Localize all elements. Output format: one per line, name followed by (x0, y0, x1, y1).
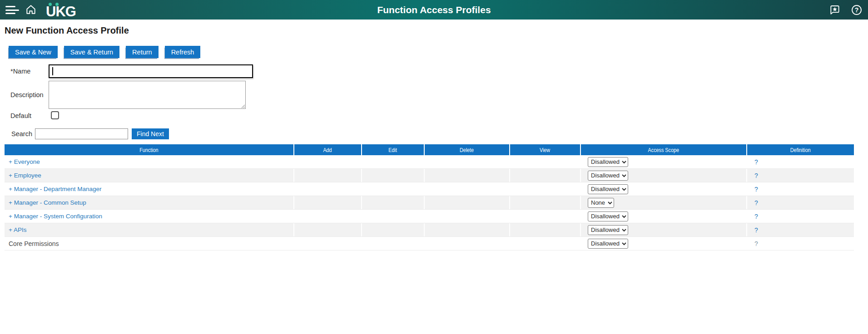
edit-cell (361, 237, 424, 250)
table-row: + EmployeeDisallowed? (5, 169, 854, 182)
definition-help-link[interactable]: ? (754, 186, 758, 193)
access-scope-cell: Disallowed (580, 155, 746, 168)
definition-cell: ? (746, 196, 854, 209)
function-expand-link[interactable]: + Everyone (9, 158, 40, 165)
save-and-new-button[interactable]: Save & New (9, 46, 58, 58)
function-expand-link[interactable]: + Manager - Department Manager (9, 186, 101, 192)
home-icon[interactable] (24, 4, 38, 16)
table-header-row: Function Add Edit Delete View Access Sco… (5, 144, 854, 155)
top-bar: UKG Function Access Profiles ? (0, 0, 868, 20)
definition-cell: ? (746, 169, 854, 182)
column-header-definition: Definition (746, 144, 854, 155)
view-cell (509, 237, 580, 250)
page-title: New Function Access Profile (5, 25, 129, 36)
description-input[interactable] (49, 81, 246, 109)
function-expand-link[interactable]: + Manager - Common Setup (9, 199, 86, 206)
definition-help-link[interactable]: ? (754, 199, 758, 206)
function-cell: + Manager - Common Setup (5, 196, 293, 209)
save-and-return-button[interactable]: Save & Return (64, 46, 119, 58)
column-header-edit: Edit (361, 144, 424, 155)
access-scope-cell: Disallowed (580, 210, 746, 223)
delete-cell (424, 237, 509, 250)
search-input[interactable] (35, 128, 128, 139)
find-next-button[interactable]: Find Next (132, 128, 169, 139)
definition-help-link[interactable]: ? (754, 213, 758, 220)
function-label: Core Permissions (9, 240, 59, 247)
access-scope-cell: Disallowed (580, 169, 746, 182)
definition-cell: ? (746, 237, 854, 250)
access-scope-select[interactable]: Disallowed (588, 211, 628, 221)
column-header-access-scope: Access Scope (580, 144, 746, 155)
help-icon[interactable]: ? (851, 4, 863, 16)
delete-cell (424, 169, 509, 182)
definition-help-link[interactable]: ? (754, 158, 758, 166)
function-cell: Core Permissions (5, 237, 293, 250)
access-scope-cell: Disallowed (580, 223, 746, 236)
table-row: Core PermissionsDisallowed? (5, 237, 854, 250)
function-cell: + APIs (5, 223, 293, 236)
view-cell (509, 169, 580, 182)
edit-cell (361, 155, 424, 168)
definition-cell: ? (746, 155, 854, 168)
add-cell (293, 155, 361, 168)
function-expand-link[interactable]: + APIs (9, 226, 26, 233)
table-row: + EveryoneDisallowed? (5, 155, 854, 169)
ukg-logo[interactable]: UKG (46, 1, 99, 19)
view-cell (509, 210, 580, 223)
hamburger-menu-icon[interactable] (3, 4, 19, 16)
table-row: + Manager - Department ManagerDisallowed… (5, 182, 854, 196)
add-cell (293, 196, 361, 209)
access-scope-select[interactable]: Disallowed (588, 157, 628, 167)
edit-cell (361, 169, 424, 182)
delete-cell (424, 196, 509, 209)
default-checkbox[interactable] (51, 111, 59, 119)
table-row: + Manager - System ConfigurationDisallow… (5, 210, 854, 223)
access-scope-cell: None (580, 196, 746, 209)
definition-help-link[interactable]: ? (754, 240, 758, 247)
definition-help-link[interactable]: ? (754, 226, 758, 234)
access-scope-cell: Disallowed (580, 182, 746, 196)
add-cell (293, 237, 361, 250)
add-cell (293, 182, 361, 196)
column-header-function: Function (5, 144, 293, 155)
page: UKG Function Access Profiles ? New Funct… (0, 0, 868, 334)
app-title: Function Access Profiles (0, 0, 868, 20)
refresh-button[interactable]: Refresh (165, 46, 201, 58)
edit-cell (361, 210, 424, 223)
column-header-add: Add (293, 144, 361, 155)
function-expand-link[interactable]: + Manager - System Configuration (9, 213, 102, 220)
topbar-actions: ? (829, 0, 863, 20)
logo-text: UKG (46, 4, 76, 20)
access-scope-select[interactable]: Disallowed (588, 171, 628, 181)
delete-cell (424, 210, 509, 223)
search-label: Search (11, 130, 32, 138)
name-input[interactable] (49, 64, 253, 78)
toolbar: Save & New Save & Return Return Refresh (9, 46, 200, 58)
delete-cell (424, 155, 509, 168)
table-body: + EveryoneDisallowed?+ EmployeeDisallowe… (5, 155, 854, 250)
definition-cell: ? (746, 223, 854, 236)
function-expand-link[interactable]: + Employee (9, 172, 41, 179)
access-scope-select[interactable]: None (588, 198, 614, 208)
return-button[interactable]: Return (126, 46, 159, 58)
table-row: + APIsDisallowed? (5, 223, 854, 237)
edit-cell (361, 223, 424, 236)
access-scope-select[interactable]: Disallowed (588, 184, 628, 194)
default-label: Default (10, 112, 31, 119)
description-label: Description (10, 91, 44, 98)
add-cell (293, 169, 361, 182)
name-label: *Name (10, 68, 30, 75)
delete-cell (424, 182, 509, 196)
access-scope-select[interactable]: Disallowed (588, 239, 628, 249)
view-cell (509, 223, 580, 236)
edit-cell (361, 182, 424, 196)
view-cell (509, 182, 580, 196)
svg-text:?: ? (855, 6, 859, 13)
function-access-table: Function Add Edit Delete View Access Sco… (5, 144, 854, 250)
delete-cell (424, 223, 509, 236)
access-scope-select[interactable]: Disallowed (588, 225, 628, 235)
definition-help-link[interactable]: ? (754, 172, 758, 179)
feedback-icon[interactable] (829, 4, 841, 16)
view-cell (509, 196, 580, 209)
table-row: + Manager - Common SetupNone? (5, 196, 854, 210)
